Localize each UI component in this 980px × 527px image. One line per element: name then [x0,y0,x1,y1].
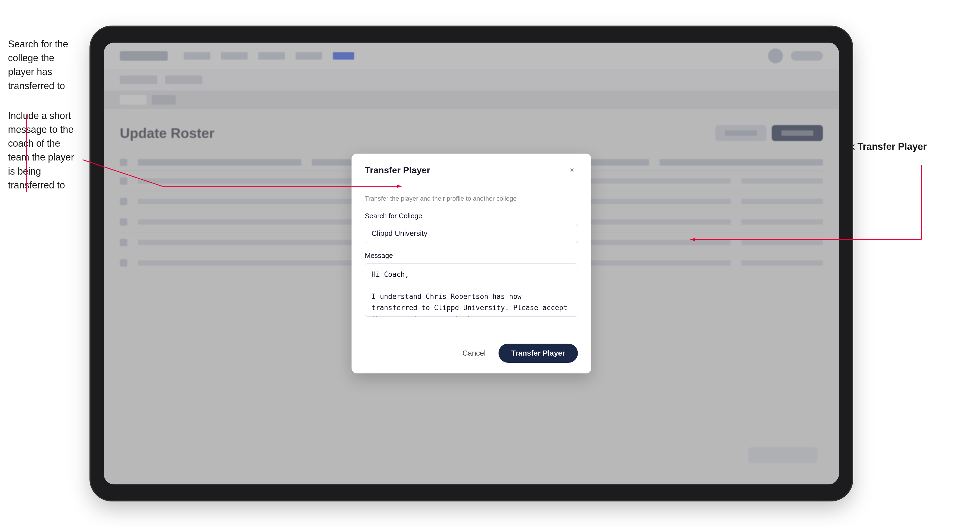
annotation-transfer-player-label: Transfer Player [858,141,927,152]
annotation-left: Search for the college the player has tr… [8,37,83,192]
modal-title: Transfer Player [365,165,430,175]
cancel-button[interactable]: Cancel [456,344,492,362]
tablet-frame: Update Roster [91,27,852,500]
annotation-message-text: Include a short message to the coach of … [8,109,83,192]
search-college-label: Search for College [365,212,578,220]
annotation-search-text: Search for the college the player has tr… [8,37,83,93]
search-college-input[interactable] [365,224,578,243]
modal-overlay: Transfer Player × Transfer the player an… [104,43,839,484]
modal-header: Transfer Player × [352,154,591,184]
message-textarea[interactable]: Hi Coach, I understand Chris Robertson h… [365,264,578,317]
modal-footer: Cancel Transfer Player [352,337,591,373]
close-icon: × [570,166,574,174]
transfer-player-modal: Transfer Player × Transfer the player an… [352,154,591,373]
tablet-screen: Update Roster [104,43,839,484]
modal-close-button[interactable]: × [566,164,578,176]
modal-subtitle: Transfer the player and their profile to… [365,195,578,202]
message-group: Message Hi Coach, I understand Chris Rob… [365,252,578,318]
transfer-player-button[interactable]: Transfer Player [498,344,578,363]
message-label: Message [365,252,578,260]
search-college-group: Search for College [365,212,578,243]
modal-body: Transfer the player and their profile to… [352,184,591,337]
